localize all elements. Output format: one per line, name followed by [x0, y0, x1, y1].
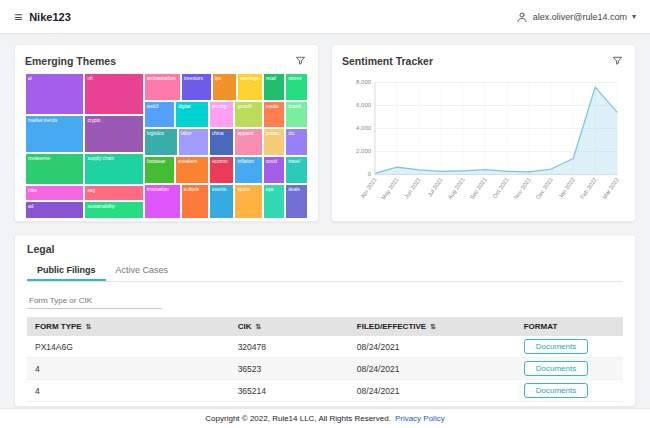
cell-filed-effective: 08/24/2021 [349, 336, 516, 358]
treemap-tile[interactable]: pricing [209, 101, 234, 129]
treemap-tile[interactable]: jordan [263, 128, 286, 156]
svg-text:Apr 2021: Apr 2021 [359, 177, 377, 200]
main-content: Emerging Themes aimarket trendsmetaverse… [0, 34, 650, 408]
sentiment-chart: 02,0004,0006,0008,000Apr 2021May 2021Jun… [342, 70, 625, 220]
menu-icon[interactable]: ≡ [14, 10, 22, 24]
user-menu[interactable]: alex.oliver@rule14.com ▾ [516, 11, 636, 23]
svg-text:May 2021: May 2021 [380, 177, 400, 201]
legal-title: Legal [27, 243, 623, 255]
tab-active-cases[interactable]: Active Cases [106, 260, 179, 281]
treemap-tile[interactable]: ad [25, 201, 84, 219]
treemap-tile[interactable]: ipo [212, 73, 237, 101]
sort-icon[interactable]: ⇅ [430, 323, 436, 330]
svg-text:Nov 2021: Nov 2021 [513, 177, 532, 201]
cell-format: Documents [516, 380, 623, 402]
treemap-tile[interactable]: ai [25, 73, 84, 115]
privacy-policy-link[interactable]: Privacy Policy [395, 414, 445, 423]
treemap-tile[interactable]: outlook [181, 184, 209, 219]
cell-cik: 365214 [230, 380, 349, 402]
treemap-tile[interactable]: retail [263, 73, 286, 101]
filings-table: FORM TYPE⇅CIK⇅FILED/EFFECTIVE⇅FORMAT PX1… [27, 317, 623, 402]
svg-text:Sep 2021: Sep 2021 [469, 177, 488, 201]
legal-card: Legal Public Filings Active Cases FORM T… [14, 234, 636, 407]
treemap-tile[interactable]: supply chain [84, 153, 143, 185]
treemap-tile[interactable]: digital [175, 101, 209, 129]
treemap-tile[interactable]: esg [84, 185, 143, 201]
treemap-tile[interactable]: web3 [144, 101, 175, 129]
treemap-tile[interactable]: ambassadors [144, 73, 181, 101]
documents-button[interactable]: Documents [524, 361, 588, 376]
svg-text:0: 0 [368, 171, 372, 177]
svg-text:6,000: 6,000 [356, 102, 372, 108]
treemap-tile[interactable]: market trends [25, 115, 84, 153]
cell-format: Documents [516, 336, 623, 358]
column-header[interactable]: FILED/EFFECTIVE⇅ [349, 317, 516, 336]
table-row: 436521408/24/2021Documents [27, 380, 623, 402]
sentiment-tracker-card: Sentiment Tracker 02,0004,0006,0008,000A… [331, 44, 636, 222]
treemap-tile[interactable]: media [263, 101, 286, 129]
treemap-tile[interactable]: apparel [234, 128, 262, 156]
svg-text:Dec 2021: Dec 2021 [535, 177, 554, 201]
emerging-themes-card: Emerging Themes aimarket trendsmetaverse… [14, 44, 319, 222]
treemap-tile[interactable]: sports [234, 184, 262, 219]
treemap-tile[interactable]: investors [181, 73, 212, 101]
svg-text:Jun 2021: Jun 2021 [403, 177, 422, 200]
user-icon [516, 11, 528, 23]
form-type-cik-input[interactable] [27, 293, 162, 309]
treemap-tile[interactable]: brand [285, 101, 308, 129]
treemap-tile[interactable]: logistics [144, 128, 178, 156]
treemap-tile[interactable]: metaverse [25, 153, 84, 185]
filter-icon[interactable] [610, 53, 625, 68]
treemap-tile[interactable]: ecomm [209, 156, 234, 184]
treemap-tile[interactable]: earnings [237, 73, 262, 101]
footer: Copyright © 2022, Rule14 LLC, All Rights… [0, 408, 650, 428]
filings-table-header-row: FORM TYPE⇅CIK⇅FILED/EFFECTIVE⇅FORMAT [27, 317, 623, 336]
treemap-tile[interactable]: inflation [234, 156, 262, 184]
treemap-tile[interactable]: nike [25, 185, 84, 201]
treemap-tile[interactable]: growth [234, 101, 262, 129]
treemap-tile[interactable]: innovation [144, 184, 181, 219]
cell-cik: 320478 [230, 336, 349, 358]
table-row: PX14A6G32047808/24/2021Documents [27, 336, 623, 358]
column-header[interactable]: FORM TYPE⇅ [27, 317, 230, 336]
cell-filed-effective: 08/24/2021 [349, 380, 516, 402]
svg-text:Mar 2022: Mar 2022 [601, 177, 620, 201]
sort-icon[interactable]: ⇅ [86, 323, 92, 330]
brand-name: Nike123 [29, 11, 71, 23]
treemap-tile[interactable]: dtc [285, 128, 308, 156]
copyright-text: Copyright © 2022, Rule14 LLC, All Rights… [205, 414, 391, 423]
treemap: aimarket trendsmetaversenikeadnftcryptos… [25, 73, 308, 219]
sentiment-tracker-title: Sentiment Tracker [342, 55, 433, 67]
chevron-down-icon: ▾ [632, 12, 636, 21]
treemap-tile[interactable]: travel [285, 156, 308, 184]
treemap-tile[interactable]: eps [263, 184, 286, 219]
treemap-tile[interactable]: labor [178, 128, 209, 156]
cell-format: Documents [516, 358, 623, 380]
filings-table-body: PX14A6G32047808/24/2021Documents43652308… [27, 336, 623, 402]
treemap-tile[interactable]: sustainability [84, 201, 143, 219]
table-row: 43652308/24/2021Documents [27, 358, 623, 380]
legal-tabs: Public Filings Active Cases [27, 260, 623, 282]
treemap-tile[interactable]: crypto [84, 115, 143, 153]
cell-form-type: PX14A6G [27, 336, 230, 358]
treemap-tile[interactable]: nft [84, 73, 143, 115]
top-bar: ≡ Nike123 alex.oliver@rule14.com ▾ [0, 0, 650, 34]
treemap-tile[interactable]: china [209, 128, 234, 156]
svg-text:2,000: 2,000 [356, 148, 372, 154]
sentiment-chart-wrap: 02,0004,0006,0008,000Apr 2021May 2021Jun… [342, 70, 625, 220]
user-email: alex.oliver@rule14.com [533, 12, 627, 22]
documents-button[interactable]: Documents [524, 339, 588, 354]
treemap-tile[interactable]: sneakers [175, 156, 209, 184]
treemap-tile[interactable]: covid [263, 156, 286, 184]
treemap-tile[interactable]: events [209, 184, 234, 219]
treemap-tile[interactable]: stores [285, 73, 308, 101]
column-header[interactable]: CIK⇅ [230, 317, 349, 336]
cell-cik: 36523 [230, 358, 349, 380]
treemap-tile[interactable]: deals [285, 184, 308, 219]
filter-icon[interactable] [293, 53, 308, 68]
documents-button[interactable]: Documents [524, 383, 588, 398]
treemap-tile[interactable]: footwear [144, 156, 175, 184]
sort-icon[interactable]: ⇅ [255, 323, 261, 330]
tab-public-filings[interactable]: Public Filings [27, 260, 106, 281]
svg-text:Jan 2022: Jan 2022 [557, 177, 576, 200]
